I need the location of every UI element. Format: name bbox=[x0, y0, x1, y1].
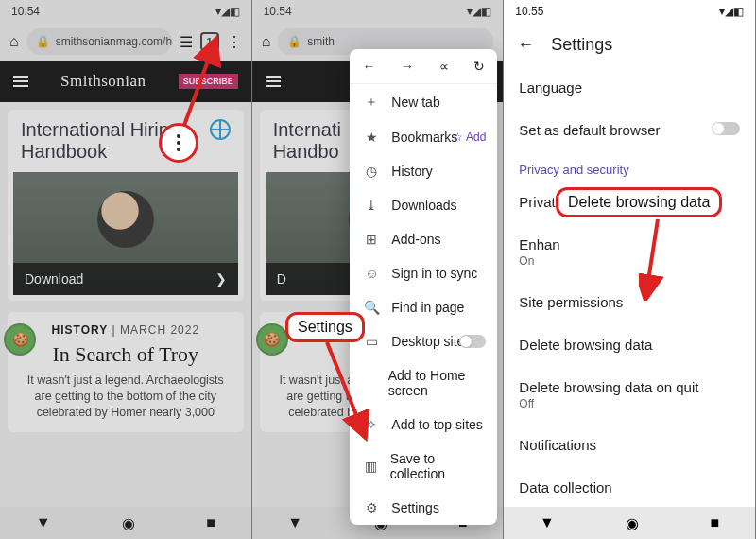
settings-private-browsing[interactable]: Private browsing bbox=[504, 181, 755, 223]
lock-icon: 🔒 bbox=[36, 35, 50, 48]
nav-home-icon[interactable]: ◉ bbox=[626, 514, 639, 532]
url-text: smithsonianmag.com/h bbox=[56, 35, 172, 48]
status-time: 10:54 bbox=[11, 5, 40, 18]
nav-recent-icon[interactable]: ■ bbox=[206, 514, 215, 531]
settings-delete-on-quit[interactable]: Delete browsing data on quit Off bbox=[504, 366, 755, 424]
settings-header: ← Settings bbox=[504, 23, 755, 66]
nav-back-icon[interactable]: ▼ bbox=[36, 514, 51, 531]
settings-language[interactable]: Language bbox=[504, 66, 755, 109]
settings-site-permissions[interactable]: Site permissions bbox=[504, 281, 755, 323]
ad-line1: International Hiring bbox=[21, 119, 180, 140]
status-time: 10:54 bbox=[264, 5, 292, 18]
clock-icon: ◷ bbox=[363, 164, 380, 179]
chevron-right-icon: ❯ bbox=[215, 271, 227, 287]
search-icon: 🔍 bbox=[363, 300, 380, 315]
reload-icon[interactable]: ↻ bbox=[473, 59, 485, 74]
menu-find[interactable]: 🔍Find in page bbox=[350, 290, 497, 324]
hamburger-icon[interactable] bbox=[266, 76, 281, 87]
pin-icon: ✧ bbox=[363, 417, 380, 432]
reader-icon[interactable]: ☰ bbox=[180, 33, 193, 51]
gear-icon: ⚙ bbox=[363, 500, 380, 515]
status-time: 10:55 bbox=[515, 5, 543, 18]
addon-icon: ⊞ bbox=[363, 232, 380, 247]
screenshot-panel-1: 10:54 ▾◢◧ ⌂ 🔒 smithsonianmag.com/h ☰ 1 ⋮… bbox=[0, 0, 252, 539]
nav-recent-icon[interactable]: ■ bbox=[711, 514, 720, 531]
ad-line2: Handbo bbox=[273, 141, 339, 162]
tab-count[interactable]: 1 bbox=[200, 32, 219, 51]
download-button[interactable]: Download ❯ bbox=[13, 263, 238, 295]
menu-top-sites[interactable]: ✧Add to top sites bbox=[350, 408, 497, 442]
menu-history[interactable]: ◷History bbox=[350, 154, 497, 188]
status-bar: 10:54 ▾◢◧ bbox=[252, 0, 504, 23]
globe-icon bbox=[210, 119, 231, 140]
kicker-category: HISTORY bbox=[52, 323, 109, 337]
screenshot-panel-3: 10:55 ▾◢◧ ← Settings Language Set as def… bbox=[504, 0, 756, 539]
add-bookmark-link[interactable]: ☆ Add bbox=[453, 130, 486, 144]
section-privacy: Privacy and security bbox=[504, 151, 755, 181]
collection-icon: ▥ bbox=[363, 459, 378, 474]
status-icons: ▾◢◧ bbox=[215, 5, 240, 18]
menu-addons[interactable]: ⊞Add-ons bbox=[350, 222, 497, 256]
menu-new-tab[interactable]: ＋New tab bbox=[350, 84, 497, 120]
status-icons: ▾◢◧ bbox=[467, 5, 491, 18]
lock-icon: 🔒 bbox=[287, 35, 301, 48]
plus-icon: ＋ bbox=[363, 94, 380, 111]
settings-data-collection[interactable]: Data collection bbox=[504, 466, 755, 507]
hamburger-icon[interactable] bbox=[13, 76, 28, 87]
back-arrow-icon[interactable]: ← bbox=[517, 35, 534, 55]
site-header: Smithsonian SUBSCRIBE bbox=[0, 61, 251, 102]
system-nav: ▼ ◉ ■ bbox=[504, 507, 755, 539]
desktop-icon: ▭ bbox=[363, 334, 380, 349]
menu-downloads[interactable]: ⤓Downloads bbox=[350, 188, 497, 222]
cookie-icon[interactable]: 🍪 bbox=[256, 323, 288, 356]
home-icon[interactable]: ⌂ bbox=[9, 33, 19, 50]
url-field[interactable]: 🔒 smithsonianmag.com/h bbox=[26, 28, 172, 55]
share-icon[interactable]: ∝ bbox=[439, 59, 449, 74]
menu-home-screen[interactable]: Add to Home screen bbox=[350, 358, 497, 408]
default-browser-toggle[interactable] bbox=[712, 122, 740, 135]
menu-save-collection[interactable]: ▥Save to collection bbox=[350, 442, 497, 491]
status-bar: 10:55 ▾◢◧ bbox=[504, 0, 755, 23]
subscribe-button[interactable]: SUBSCRIBE bbox=[179, 74, 238, 89]
kebab-icon[interactable]: ⋮ bbox=[227, 33, 242, 51]
person-image bbox=[97, 191, 154, 248]
delete-quit-sub: Off bbox=[519, 395, 740, 410]
status-icons: ▾◢◧ bbox=[719, 5, 744, 18]
browser-context-menu: ← → ∝ ↻ ＋New tab ★Bookmarks☆ Add ◷Histor… bbox=[350, 49, 497, 525]
ad-line1: Internati bbox=[273, 119, 341, 140]
settings-notifications[interactable]: Notifications bbox=[504, 424, 755, 466]
forward-icon[interactable]: → bbox=[401, 59, 414, 74]
enhanced-sub: On bbox=[519, 252, 740, 268]
user-icon: ☺ bbox=[363, 266, 380, 281]
article-card[interactable]: 🍪 HISTORY | MARCH 2022 In Search of Troy… bbox=[8, 312, 244, 432]
nav-home-icon[interactable]: ◉ bbox=[122, 514, 135, 532]
home-icon[interactable]: ⌂ bbox=[262, 33, 271, 50]
download-label: D bbox=[277, 271, 286, 287]
browser-toolbar: ⌂ 🔒 smithsonianmag.com/h ☰ 1 ⋮ bbox=[0, 23, 251, 61]
desktop-toggle[interactable] bbox=[459, 335, 486, 348]
ad-headline: International Hiring Handbook bbox=[8, 110, 244, 166]
article-dek: It wasn't just a legend. Archaeologists … bbox=[19, 373, 232, 421]
ad-card: International Hiring Handbook Download ❯ bbox=[8, 110, 244, 301]
menu-desktop[interactable]: ▭Desktop site bbox=[350, 324, 497, 358]
download-label: Download bbox=[25, 271, 83, 287]
status-bar: 10:54 ▾◢◧ bbox=[0, 0, 251, 23]
ad-image: Download ❯ bbox=[13, 172, 238, 295]
site-brand: Smithsonian bbox=[38, 72, 169, 91]
settings-delete-browsing-data[interactable]: Delete browsing data bbox=[504, 323, 755, 366]
back-icon[interactable]: ← bbox=[363, 59, 376, 74]
menu-bookmarks[interactable]: ★Bookmarks☆ Add bbox=[350, 120, 497, 154]
article-kicker: HISTORY | MARCH 2022 bbox=[19, 323, 232, 337]
nav-back-icon[interactable]: ▼ bbox=[540, 514, 555, 531]
settings-default-browser[interactable]: Set as default browser bbox=[504, 109, 755, 151]
download-icon: ⤓ bbox=[363, 198, 380, 213]
menu-signin[interactable]: ☺Sign in to sync bbox=[350, 256, 497, 290]
url-text: smith bbox=[307, 35, 335, 48]
settings-enhanced-tracking[interactable]: Enhan On bbox=[504, 223, 755, 281]
screenshot-panel-2: 10:54 ▾◢◧ ⌂ 🔒 smith Internati Handbo D 🍪… bbox=[252, 0, 505, 539]
menu-settings[interactable]: ⚙Settings bbox=[350, 491, 497, 525]
cookie-icon[interactable]: 🍪 bbox=[4, 323, 36, 356]
nav-back-icon[interactable]: ▼ bbox=[287, 514, 302, 531]
kicker-date: MARCH 2022 bbox=[120, 323, 199, 337]
settings-title: Settings bbox=[551, 35, 612, 55]
